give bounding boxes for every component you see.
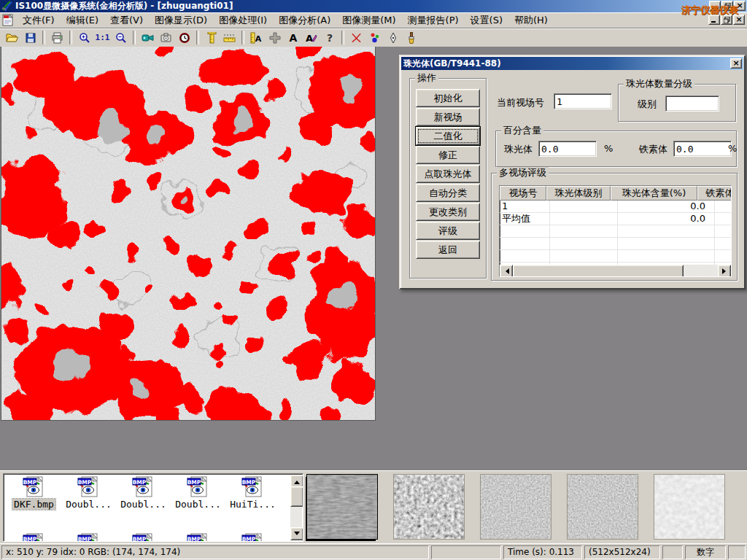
change-class-button[interactable]: 更改类别	[416, 203, 480, 221]
pick-pearlite-button[interactable]: 点取珠光体	[416, 165, 480, 183]
toolbar: 1:1AAA?	[0, 28, 747, 47]
window-title: IS100显微摄像系统(金相分析版) - [zhuguangti01]	[15, 0, 233, 12]
help-button[interactable]: ?	[320, 30, 338, 46]
level-input[interactable]	[665, 96, 719, 112]
menu-item-image-analysis[interactable]: 图像分析(A)	[273, 13, 336, 28]
mdi-restore-button[interactable]	[721, 15, 732, 25]
file-item[interactable]: BMP	[171, 533, 225, 542]
binarize-button[interactable]: 二值化	[416, 127, 480, 145]
svg-text:BMP: BMP	[187, 536, 201, 542]
new-field-button[interactable]: 新视场	[416, 108, 480, 126]
table-row[interactable]	[500, 225, 731, 238]
thumbnail-4[interactable]	[567, 474, 638, 540]
save-button[interactable]	[21, 30, 39, 46]
text-icon: A	[287, 31, 299, 44]
scroll-left-button[interactable]	[500, 265, 513, 277]
workspace: 珠光体(GB/T9441-88) × 操作 初始化新视场二值化修正点取珠光体自动…	[0, 47, 747, 470]
menu-item-view[interactable]: 查看(V)	[104, 13, 149, 28]
file-item[interactable]: BMPDoubl...	[61, 476, 116, 510]
file-item[interactable]: BMPDoubl...	[171, 476, 225, 510]
camera-button[interactable]	[157, 30, 175, 46]
modify-button[interactable]: 修正	[416, 146, 480, 164]
file-list-scrollbar[interactable]	[290, 475, 302, 540]
actual-size-button[interactable]: 1:1	[93, 30, 112, 46]
grade-button[interactable]: 评级	[416, 222, 480, 240]
menu-item-settings[interactable]: 设置(S)	[465, 13, 508, 28]
scrollbar-thumb[interactable]	[513, 265, 684, 277]
table-row[interactable]: 10.0	[500, 201, 731, 213]
file-item[interactable]: BMPDoubl...	[116, 476, 171, 510]
dialog-close-button[interactable]: ×	[730, 58, 742, 69]
micrograph-image[interactable]	[1, 47, 375, 420]
curve-tool-button[interactable]	[347, 30, 365, 46]
thumbnail-5[interactable]	[654, 474, 725, 540]
caliper-button[interactable]	[202, 30, 220, 46]
table-cell	[550, 250, 618, 262]
open-button[interactable]	[3, 30, 21, 46]
menu-item-help[interactable]: 帮助(H)	[508, 13, 554, 28]
menu-item-image-processing[interactable]: 图像处理(I)	[213, 13, 273, 28]
annotate-button[interactable]: A	[302, 30, 320, 46]
open-icon	[6, 31, 18, 44]
table-horizontal-scrollbar[interactable]	[500, 265, 731, 276]
mdi-minimize-button[interactable]	[708, 15, 720, 25]
pearlite-percent-input[interactable]	[538, 141, 597, 157]
document-icon[interactable]	[2, 14, 15, 26]
menu-bar: 文件(F)编辑(E)查看(V)图像显示(D)图像处理(I)图像分析(A)图像测量…	[0, 12, 747, 28]
table-row[interactable]	[500, 250, 731, 262]
table-row[interactable]	[500, 238, 731, 250]
file-scrollbar-thumb[interactable]	[290, 486, 303, 507]
grid-icon	[268, 31, 281, 44]
file-name: DKF.bmp	[12, 499, 55, 510]
zoom-in-button[interactable]	[75, 30, 93, 46]
menu-item-image-measurement[interactable]: 图像测量(M)	[336, 13, 401, 28]
restore-button[interactable]	[721, 1, 733, 11]
scroll-down-button[interactable]	[290, 527, 303, 540]
file-item[interactable]: BMP	[61, 533, 116, 542]
initialize-button[interactable]: 初始化	[416, 89, 480, 107]
menu-item-edit[interactable]: 编辑(E)	[61, 13, 104, 28]
menu-item-measurement-report[interactable]: 测量报告(P)	[402, 13, 465, 28]
scrollbar-track[interactable]	[684, 265, 718, 276]
grid-button[interactable]	[266, 30, 284, 46]
table-cell	[715, 201, 732, 212]
zoom-out-button[interactable]	[112, 30, 130, 46]
minimize-button[interactable]	[709, 1, 721, 11]
current-field-input[interactable]	[554, 93, 612, 109]
file-item[interactable]: BMPDKF.bmp	[7, 476, 61, 510]
auto-classify-button[interactable]: 自动分类	[416, 184, 480, 202]
close-button[interactable]: ×	[734, 1, 746, 11]
table-row[interactable]: 平均值0.0	[500, 213, 731, 225]
file-item[interactable]: BMP	[225, 533, 280, 542]
status-time: Time (s): 0.113	[503, 545, 582, 559]
file-item[interactable]: BMP	[7, 533, 61, 542]
dialog-title-bar[interactable]: 珠光体(GB/T9441-88) ×	[401, 57, 743, 70]
column-header-field-no: 视场号	[500, 186, 546, 201]
grading-table: 视场号珠光体级别珠光体含量(%)铁素体 10.0平均值0.0	[499, 185, 732, 277]
file-item[interactable]: BMPHuiTi...	[225, 476, 280, 510]
classify-button[interactable]	[365, 30, 384, 46]
table-cell	[500, 225, 550, 237]
thumbnail-2[interactable]	[393, 474, 465, 540]
ruler-button[interactable]	[220, 30, 239, 46]
clock-button[interactable]	[175, 30, 193, 46]
status-empty-pane-2	[662, 545, 683, 559]
video-camera-icon	[142, 31, 154, 44]
mdi-close-button[interactable]: ×	[733, 15, 745, 25]
thumbnail-1[interactable]	[306, 474, 378, 540]
status-bar: x: 510 y: 79 idx: 0 RGB: (174, 174, 174)…	[0, 543, 747, 560]
thumbnail-3[interactable]	[480, 474, 551, 540]
scroll-right-button[interactable]	[718, 265, 731, 277]
picker-button[interactable]	[384, 30, 402, 46]
measure-text-button[interactable]: A	[247, 30, 266, 46]
file-item[interactable]: BMP	[116, 533, 171, 542]
text-button[interactable]: A	[284, 30, 302, 46]
menu-item-image-display[interactable]: 图像显示(D)	[149, 13, 213, 28]
video-camera-button[interactable]	[139, 30, 157, 46]
menu-item-file[interactable]: 文件(F)	[17, 13, 61, 28]
print-button[interactable]	[48, 30, 66, 46]
ferrite-label: 铁素体	[639, 143, 667, 156]
ferrite-percent-input[interactable]	[673, 141, 732, 157]
return-button[interactable]: 返回	[416, 241, 480, 259]
fill-button[interactable]	[402, 30, 420, 46]
